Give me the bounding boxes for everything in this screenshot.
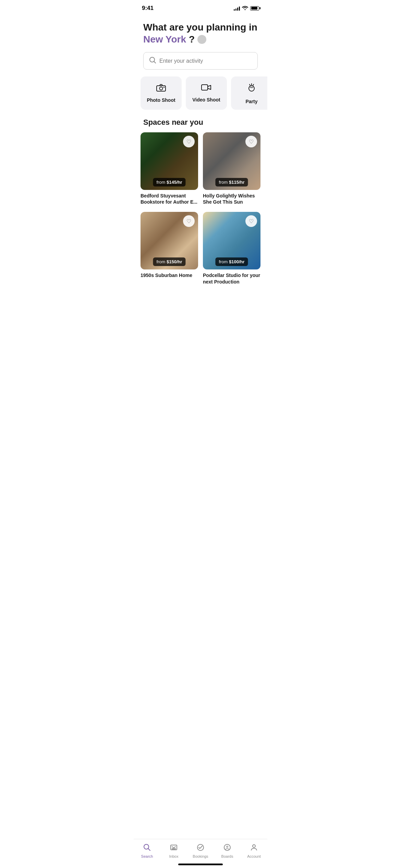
svg-rect-2 (157, 86, 166, 91)
space-name-2: Holly Golightly Wishes She Got This Sun (203, 193, 260, 205)
favorite-button-1[interactable]: ♡ (183, 136, 195, 147)
price-badge-3: from $150/hr (153, 257, 185, 266)
header-title: What are you planning in New York? (143, 21, 258, 45)
svg-line-9 (250, 84, 250, 86)
category-photo-shoot-label: Photo Shoot (147, 97, 175, 103)
header-section: What are you planning in New York? (134, 14, 267, 49)
svg-rect-5 (202, 85, 208, 90)
price-badge-4: from $100/hr (215, 257, 248, 266)
svg-point-6 (249, 86, 254, 91)
video-icon (201, 83, 211, 93)
space-image-2: ♡ from $115/hr (203, 132, 260, 190)
svg-line-1 (154, 62, 156, 63)
party-icon (247, 83, 256, 95)
svg-rect-4 (163, 87, 165, 88)
search-input[interactable] (159, 58, 252, 64)
location-dot[interactable] (197, 35, 206, 44)
space-image-3: ♡ from $150/hr (141, 212, 198, 269)
categories-row: Photo Shoot Video Shoot P (134, 76, 267, 118)
signal-icon (234, 6, 240, 11)
header-punctuation: ? (189, 33, 195, 45)
space-name-1: Bedford Stuyvesant Bookstore for Author … (141, 193, 198, 205)
category-video-shoot-label: Video Shoot (192, 97, 220, 103)
search-container (134, 49, 267, 76)
status-bar: 9:41 (134, 0, 267, 14)
category-photo-shoot[interactable]: Photo Shoot (141, 76, 182, 110)
svg-line-8 (253, 84, 254, 86)
battery-icon (250, 6, 259, 11)
status-icons (234, 5, 259, 11)
space-image-1: ♡ from $145/hr (141, 132, 198, 190)
category-party[interactable]: Party (231, 76, 267, 110)
svg-point-3 (160, 87, 163, 90)
space-name-3: 1950s Suburban Home (141, 272, 198, 278)
camera-icon (156, 83, 166, 93)
price-badge-1: from $145/hr (153, 178, 185, 186)
wifi-icon (242, 5, 248, 11)
space-image-4: ♡ from $100/hr (203, 212, 260, 269)
space-card-4[interactable]: ♡ from $100/hr Podcellar Studio for your… (203, 212, 260, 285)
spaces-section-title: Spaces near you (134, 118, 267, 132)
status-time: 9:41 (142, 5, 154, 12)
space-card-3[interactable]: ♡ from $150/hr 1950s Suburban Home (141, 212, 198, 285)
spaces-grid: ♡ from $145/hr Bedford Stuyvesant Bookst… (134, 132, 267, 293)
category-video-shoot[interactable]: Video Shoot (186, 76, 227, 110)
space-card-1[interactable]: ♡ from $145/hr Bedford Stuyvesant Bookst… (141, 132, 198, 205)
category-party-label: Party (245, 99, 257, 104)
space-card-2[interactable]: ♡ from $115/hr Holly Golightly Wishes Sh… (203, 132, 260, 205)
favorite-button-2[interactable]: ♡ (245, 136, 257, 147)
search-icon (149, 57, 156, 65)
header-city: New York (143, 33, 186, 45)
price-badge-2: from $115/hr (215, 178, 248, 186)
space-name-4: Podcellar Studio for your next Productio… (203, 272, 260, 285)
header-line1: What are you planning in (143, 22, 257, 33)
search-bar[interactable] (143, 52, 258, 70)
